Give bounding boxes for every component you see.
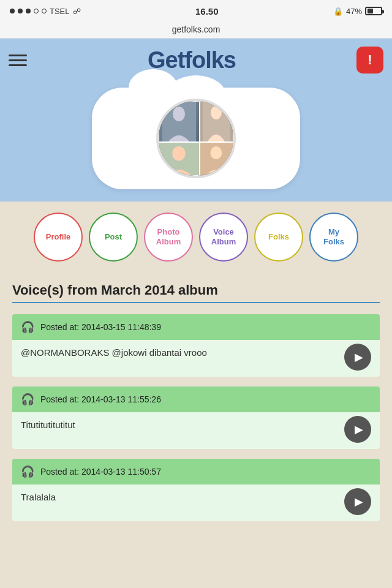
- section-title: Voice(s) from March 2014 album: [12, 282, 380, 298]
- hamburger-line-2: [9, 59, 27, 61]
- nav-circle-post[interactable]: Post: [89, 213, 138, 262]
- voice-header-1: 🎧 Posted at: 2014-03-15 11:48:39: [12, 314, 380, 340]
- lock-icon: 🔒: [333, 7, 343, 16]
- photo-cell-2: [200, 101, 233, 142]
- voice-posted-at-2: Posted at: 2014-03-13 11:55:26: [40, 394, 161, 404]
- voice-text-3: Tralalala: [21, 492, 371, 502]
- play-button-1[interactable]: [344, 344, 371, 371]
- headphone-icon-3: 🎧: [21, 465, 34, 478]
- notification-icon: !: [368, 52, 372, 68]
- status-right-group: 🔒 47%: [333, 7, 382, 16]
- voice-body-2: Titutitutitutitut: [12, 412, 380, 449]
- clock: 16.50: [195, 6, 219, 17]
- voice-entry-2: 🎧 Posted at: 2014-03-13 11:55:26 Titutit…: [12, 386, 380, 449]
- voice-text-1: @NORMANBORAKS @jokowi dibantai vrooo: [21, 347, 371, 358]
- nav-circle-voice-album[interactable]: VoiceAlbum: [199, 213, 248, 262]
- play-button-3[interactable]: [344, 488, 371, 515]
- profile-photo-collage[interactable]: [156, 99, 236, 178]
- photo-cell-4: [200, 142, 233, 176]
- notification-button[interactable]: !: [356, 47, 383, 74]
- headphone-icon-1: 🎧: [21, 320, 34, 334]
- signal-dot-5: [42, 9, 47, 13]
- logo-text: Getfolks: [148, 47, 236, 73]
- headphone-icon-2: 🎧: [21, 393, 34, 406]
- nav-circle-photo-album[interactable]: PhotoAlbum: [144, 213, 193, 262]
- nav-circle-my-folks[interactable]: MyFolks: [309, 213, 358, 262]
- nav-label-post: Post: [105, 232, 122, 242]
- nav-label-profile: Profile: [46, 232, 70, 242]
- signal-dot-1: [10, 9, 15, 13]
- wifi-icon: ☍: [73, 7, 81, 16]
- voice-posted-at-1: Posted at: 2014-03-15 11:48:39: [40, 322, 161, 332]
- signal-dot-4: [34, 9, 39, 13]
- svg-point-3: [211, 106, 222, 119]
- voice-body-1: @NORMANBORAKS @jokowi dibantai vrooo: [12, 340, 380, 377]
- battery-fill: [368, 9, 373, 13]
- main-content: Voice(s) from March 2014 album 🎧 Posted …: [0, 273, 392, 541]
- hamburger-menu[interactable]: [9, 55, 27, 66]
- nav-label-photo-album: PhotoAlbum: [156, 227, 181, 246]
- voice-posted-at-3: Posted at: 2014-03-13 11:50:57: [40, 467, 161, 477]
- voice-entry-3: 🎧 Posted at: 2014-03-13 11:50:57 Tralala…: [12, 459, 380, 521]
- hamburger-line-3: [9, 64, 27, 66]
- play-button-2[interactable]: [344, 416, 371, 443]
- cloud-decoration: [92, 88, 300, 189]
- signal-dot-2: [18, 9, 23, 13]
- voice-body-3: Tralalala: [12, 484, 380, 521]
- status-bar: TSEL ☍ 16.50 🔒 47%: [0, 0, 392, 22]
- carrier-name: TSEL: [50, 7, 70, 16]
- nav-label-my-folks: MyFolks: [323, 227, 344, 246]
- hamburger-line-1: [9, 55, 27, 56]
- svg-point-1: [173, 107, 185, 121]
- battery-percent: 47%: [346, 7, 362, 16]
- nav-label-voice-album: VoiceAlbum: [211, 227, 236, 246]
- url-text: getfolks.com: [172, 24, 221, 34]
- svg-point-7: [211, 146, 222, 159]
- signal-dot-3: [26, 9, 31, 13]
- svg-point-5: [172, 146, 185, 161]
- nav-circle-folks[interactable]: Folks: [254, 213, 303, 262]
- nav-circle-profile[interactable]: Profile: [34, 213, 83, 262]
- nav-circles-bar: Profile Post PhotoAlbum VoiceAlbum Folks…: [0, 202, 392, 273]
- nav-label-folks: Folks: [268, 232, 289, 242]
- voice-text-2: Titutitutitutitut: [21, 420, 371, 430]
- photo-cell-1: [159, 101, 200, 142]
- url-bar: getfolks.com: [0, 22, 392, 39]
- section-divider: [12, 302, 380, 303]
- app-logo: Getfolks: [148, 47, 236, 74]
- voice-entry-1: 🎧 Posted at: 2014-03-15 11:48:39 @NORMAN…: [12, 314, 380, 377]
- signal-carrier: TSEL ☍: [10, 7, 81, 16]
- photo-cell-3: [159, 142, 200, 176]
- voice-header-3: 🎧 Posted at: 2014-03-13 11:50:57: [12, 459, 380, 484]
- battery-icon: [365, 7, 382, 15]
- cloud-profile-area: [0, 81, 392, 202]
- voice-header-2: 🎧 Posted at: 2014-03-13 11:55:26: [12, 386, 380, 412]
